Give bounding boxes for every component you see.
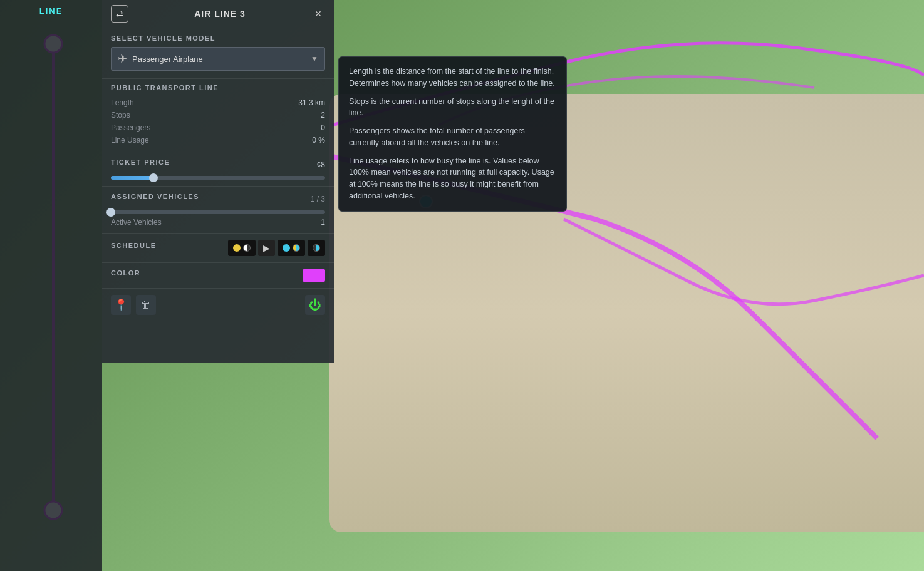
stat-row-stops: Stops 2: [111, 109, 325, 121]
stat-row-line-usage: Line Usage 0 %: [111, 134, 325, 147]
tooltip-line-3: Passengers shows the total number of pas…: [349, 125, 556, 149]
divider-6: [102, 288, 334, 289]
divider-2: [102, 152, 334, 152]
color-section: COLOR: [102, 264, 334, 287]
left-actions: 📍 🗑: [111, 295, 156, 315]
divider-5: [102, 262, 334, 263]
vehicles-slider-thumb[interactable]: [106, 208, 115, 217]
schedule-btn-3[interactable]: [278, 240, 305, 256]
airplane-icon: ✈: [118, 52, 127, 66]
power-button[interactable]: ⏻: [305, 295, 325, 315]
divider-3: [102, 186, 334, 187]
cyan-dot: [283, 244, 290, 252]
delete-button[interactable]: 🗑: [136, 295, 156, 315]
ticket-price-section: TICKET PRICE ¢8: [102, 153, 334, 185]
transport-line-section: PUBLIC TRANSPORT LINE Length 31.3 km Sto…: [102, 80, 334, 150]
main-panel: ⇄ AIR LINE 3 × SELECT VEHICLE MODEL ✈ Pa…: [102, 0, 334, 363]
assigned-vehicles-section: ASSIGNED VEHICLES 1 / 3 Active Vehicles …: [102, 188, 334, 232]
panel-header: ⇄ AIR LINE 3 ×: [102, 0, 334, 28]
stops-value: 2: [321, 111, 325, 120]
panel-icon: ⇄: [111, 5, 128, 23]
schedule-btn-1[interactable]: [228, 240, 256, 256]
schedule-header: SCHEDULE ▶: [111, 240, 325, 256]
color-label: COLOR: [111, 269, 140, 277]
vehicle-model-section: SELECT VEHICLE MODEL ✈ Passenger Airplan…: [102, 28, 334, 77]
ticket-price-label: TICKET PRICE: [111, 158, 170, 166]
length-value: 31.3 km: [298, 98, 325, 107]
left-sidebar: LINE: [0, 0, 102, 571]
trash-icon: 🗑: [141, 299, 151, 311]
color-swatch[interactable]: [303, 269, 325, 282]
half-circle-cyan-right: [313, 244, 320, 252]
yellow-dot: [233, 244, 241, 252]
tooltip-line-2: Stops is the current number of stops alo…: [349, 96, 556, 120]
sidebar-title: LINE: [39, 6, 63, 16]
active-vehicles-label: Active Vehicles: [111, 218, 162, 227]
vehicles-count: 1 / 3: [311, 195, 325, 203]
line-usage-value: 0 %: [312, 136, 325, 145]
arrow-icon: ▶: [263, 243, 270, 253]
color-header: COLOR: [111, 269, 325, 282]
map-pin-icon: 📍: [114, 298, 128, 312]
divider-1: [102, 78, 334, 79]
stops-label: Stops: [111, 111, 130, 120]
tooltip-line-4: Line usage refers to how busy the line i…: [349, 155, 556, 202]
schedule-label: SCHEDULE: [111, 242, 157, 249]
length-label: Length: [111, 98, 134, 107]
schedule-btn-2[interactable]: ▶: [258, 240, 275, 256]
slider-thumb[interactable]: [149, 173, 158, 182]
schedule-section: SCHEDULE ▶: [102, 235, 334, 261]
passengers-label: Passengers: [111, 123, 150, 132]
assigned-vehicles-label: ASSIGNED VEHICLES: [111, 193, 199, 200]
slider-fill: [111, 176, 153, 180]
tooltip-line-1: Length is the distance from the start of…: [349, 66, 556, 90]
schedule-btn-4[interactable]: [308, 240, 325, 256]
close-button[interactable]: ×: [311, 7, 325, 21]
map-pin-button[interactable]: 📍: [111, 295, 131, 315]
half-circle-white: [243, 244, 251, 252]
half-circle-cyan-yellow: [293, 244, 300, 252]
bottom-actions: 📍 🗑 ⏻: [102, 290, 334, 320]
power-icon: ⏻: [309, 298, 321, 312]
schedule-buttons: ▶: [228, 240, 325, 256]
vehicle-model-label: SELECT VEHICLE MODEL: [111, 34, 325, 42]
active-vehicles-row: Active Vehicles 1: [111, 218, 325, 227]
chevron-down-icon: ▼: [311, 54, 318, 63]
panel-title: AIR LINE 3: [194, 9, 246, 19]
active-vehicles-value: 1: [321, 218, 325, 227]
ticket-price-slider[interactable]: [111, 176, 325, 180]
vehicle-model-value: Passenger Airplane: [132, 54, 203, 64]
ticket-header: TICKET PRICE ¢8: [111, 158, 325, 171]
stat-row-length: Length 31.3 km: [111, 96, 325, 109]
vehicle-model-dropdown[interactable]: ✈ Passenger Airplane ▼: [111, 47, 325, 71]
line-usage-label: Line Usage: [111, 136, 149, 145]
stat-row-passengers: Passengers 0: [111, 121, 325, 134]
transport-line-label: PUBLIC TRANSPORT LINE: [111, 84, 325, 91]
vehicles-slider[interactable]: [111, 210, 325, 214]
tooltip-box: Length is the distance from the start of…: [338, 56, 567, 212]
dropdown-left: ✈ Passenger Airplane: [118, 52, 203, 66]
recycle-icon: ⇄: [116, 9, 123, 19]
passengers-value: 0: [321, 123, 325, 132]
ticket-price-value: ¢8: [317, 160, 325, 169]
vehicles-header: ASSIGNED VEHICLES 1 / 3: [111, 193, 325, 205]
divider-4: [102, 233, 334, 234]
